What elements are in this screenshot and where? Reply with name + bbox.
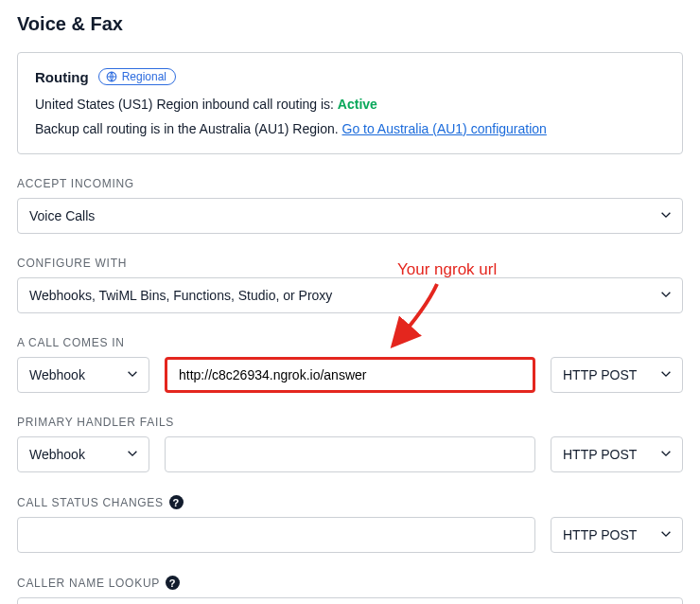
chevron-down-icon — [659, 527, 673, 543]
primary-fails-url-input[interactable] — [165, 436, 535, 472]
routing-box: Routing Regional United States (US1) Reg… — [17, 52, 683, 154]
call-comes-in-label: A CALL COMES IN — [17, 336, 683, 349]
call-status-label: CALL STATUS CHANGES ? — [17, 495, 683, 509]
chevron-down-icon — [659, 208, 673, 224]
configure-with-label: CONFIGURE WITH — [17, 257, 683, 270]
globe-icon — [106, 71, 117, 82]
section-title: Voice & Fax — [17, 13, 683, 35]
caller-lookup-select[interactable]: Disabled — [17, 597, 683, 604]
regional-badge: Regional — [98, 68, 176, 85]
primary-fails-method-select[interactable]: HTTP POST — [551, 436, 683, 472]
chevron-down-icon — [126, 447, 139, 463]
chevron-down-icon — [659, 447, 673, 463]
call-comes-in-url-input[interactable] — [165, 357, 535, 393]
primary-fails-label: PRIMARY HANDLER FAILS — [17, 416, 683, 429]
chevron-down-icon — [126, 367, 139, 383]
routing-line1: United States (US1) Region inbound call … — [35, 97, 665, 112]
chevron-down-icon — [659, 288, 673, 304]
routing-line2: Backup call routing is in the Australia … — [35, 121, 665, 136]
regional-badge-text: Regional — [122, 71, 166, 82]
caller-lookup-label: CALLER NAME LOOKUP ? — [17, 576, 683, 590]
help-icon[interactable]: ? — [169, 495, 184, 509]
call-status-url-input[interactable] — [17, 517, 535, 553]
call-status-method-select[interactable]: HTTP POST — [551, 517, 683, 553]
accept-incoming-select[interactable]: Voice Calls — [17, 198, 683, 234]
call-comes-in-method-select[interactable]: HTTP POST — [551, 357, 683, 393]
configure-with-select[interactable]: Webhooks, TwiML Bins, Functions, Studio,… — [17, 277, 683, 313]
go-to-au1-link[interactable]: Go to Australia (AU1) configuration — [342, 121, 547, 136]
accept-incoming-label: ACCEPT INCOMING — [17, 177, 683, 190]
chevron-down-icon — [659, 367, 673, 383]
primary-fails-handler-select[interactable]: Webhook — [17, 436, 149, 472]
help-icon[interactable]: ? — [166, 576, 180, 590]
call-comes-in-handler-select[interactable]: Webhook — [17, 357, 149, 393]
routing-status-active: Active — [338, 97, 377, 112]
routing-label: Routing — [35, 69, 89, 85]
